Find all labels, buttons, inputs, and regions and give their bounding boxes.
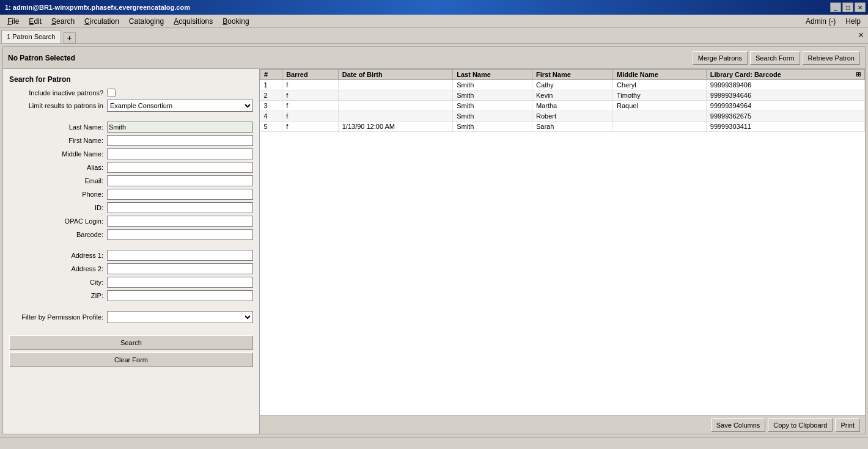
title-bar-text: 1: admin@BR1-winxpvmfx.phasefx.evergreen… (2, 4, 190, 11)
menu-help[interactable]: Help (840, 16, 866, 27)
address2-row: Address 2: (9, 263, 253, 274)
main-window: No Patron Selected Merge Patrons Search … (2, 46, 866, 434)
table-row[interactable]: 2fSmithKevinTimothy99999394646 (260, 90, 865, 101)
menu-acquisitions[interactable]: Acquisitions (169, 16, 218, 27)
tab-patron-search[interactable]: 1 Patron Search (1, 30, 61, 43)
menu-file[interactable]: File (2, 16, 24, 27)
copy-to-clipboard-button[interactable]: Copy to Clipboard (768, 418, 833, 432)
merge-patrons-button[interactable]: Merge Patrons (693, 51, 748, 65)
menu-bar: File Edit Search Circulation Cataloging … (0, 15, 868, 28)
results-table: # Barred Date of Birth Last Name First N… (260, 69, 865, 132)
col-header-lastname[interactable]: Last Name (453, 70, 532, 80)
table-row[interactable]: 1fSmithCathyCheryl99999389406 (260, 80, 865, 90)
address1-input[interactable] (107, 250, 253, 261)
search-form-button[interactable]: Search Form (750, 51, 800, 65)
col-header-middlename[interactable]: Middle Name (612, 70, 706, 80)
table-cell: 1 (260, 80, 282, 90)
table-cell: 99999394964 (706, 101, 864, 111)
table-cell (338, 90, 453, 101)
search-button[interactable]: Search (9, 335, 253, 350)
save-columns-button[interactable]: Save Columns (711, 418, 766, 432)
city-row: City: (9, 277, 253, 288)
barcode-row: Barcode: (9, 229, 253, 240)
limit-results-label: Limit results to patrons in (9, 102, 107, 109)
table-cell: 99999362675 (706, 111, 864, 122)
results-table-container[interactable]: # Barred Date of Birth Last Name First N… (260, 69, 865, 415)
email-row: Email: (9, 175, 253, 186)
table-cell: Timothy (612, 90, 706, 101)
address1-label: Address 1: (9, 252, 107, 259)
tab-close-icon[interactable]: ✕ (858, 31, 864, 40)
table-cell: Smith (453, 101, 532, 111)
city-label: City: (9, 279, 107, 286)
bottom-bar: Save Columns Copy to Clipboard Print (260, 415, 865, 434)
phone-row: Phone: (9, 189, 253, 200)
middle-name-input[interactable] (107, 148, 253, 159)
content-area: Search for Patron Include inactive patro… (3, 69, 865, 434)
patron-status-label: No Patron Selected (8, 54, 75, 62)
search-panel: Search for Patron Include inactive patro… (3, 69, 260, 434)
menu-edit[interactable]: Edit (24, 16, 46, 27)
phone-label: Phone: (9, 191, 107, 198)
tab-bar: 1 Patron Search + ✕ (0, 28, 868, 44)
menu-admin[interactable]: Admin (-) (801, 16, 840, 27)
table-cell: Cheryl (612, 80, 706, 90)
id-input[interactable] (107, 202, 253, 213)
table-row[interactable]: 4fSmithRobert99999362675 (260, 111, 865, 122)
consortium-select[interactable]: Example Consortium (107, 100, 253, 112)
zip-input[interactable] (107, 290, 253, 301)
close-button[interactable]: ✕ (855, 2, 866, 12)
table-cell: f (282, 80, 339, 90)
menu-booking[interactable]: Booking (218, 16, 254, 27)
table-cell: 99999394646 (706, 90, 864, 101)
col-header-firstname[interactable]: First Name (532, 70, 612, 80)
maximize-button[interactable]: □ (842, 2, 853, 12)
tab-add-button[interactable]: + (64, 32, 76, 43)
table-row[interactable]: 5f1/13/90 12:00 AMSmithSarah99999303411 (260, 122, 865, 132)
middle-name-label: Middle Name: (9, 150, 107, 158)
include-inactive-checkbox[interactable] (107, 89, 116, 97)
include-inactive-label: Include inactive patrons? (9, 89, 107, 97)
col-header-num[interactable]: # (260, 70, 282, 80)
first-name-input[interactable] (107, 135, 253, 146)
menu-circulation[interactable]: Circulation (79, 16, 124, 27)
permission-profile-row: Filter by Permission Profile: (9, 311, 253, 323)
alias-input[interactable] (107, 162, 253, 173)
phone-input[interactable] (107, 189, 253, 200)
first-name-row: First Name: (9, 135, 253, 146)
table-cell: Kevin (532, 90, 612, 101)
status-bar-text (2, 440, 4, 447)
print-button[interactable]: Print (835, 418, 860, 432)
title-bar-buttons: _ □ ✕ (830, 2, 866, 12)
col-header-barred[interactable]: Barred (282, 70, 339, 80)
permission-profile-select[interactable] (107, 311, 253, 323)
table-cell (338, 101, 453, 111)
table-cell: f (282, 90, 339, 101)
opac-login-label: OPAC Login: (9, 217, 107, 225)
address2-label: Address 2: (9, 265, 107, 272)
address2-input[interactable] (107, 263, 253, 274)
retrieve-patron-button[interactable]: Retrieve Patron (803, 51, 860, 65)
city-input[interactable] (107, 277, 253, 288)
table-cell (338, 111, 453, 122)
email-label: Email: (9, 177, 107, 184)
clear-form-button[interactable]: Clear Form (9, 352, 253, 367)
email-input[interactable] (107, 175, 253, 186)
minimize-button[interactable]: _ (830, 2, 841, 12)
menu-search[interactable]: Search (46, 16, 79, 27)
barcode-input[interactable] (107, 229, 253, 240)
table-cell: Sarah (532, 122, 612, 132)
table-row[interactable]: 3fSmithMarthaRaquel99999394964 (260, 101, 865, 111)
last-name-input[interactable] (107, 122, 253, 133)
col-header-dob[interactable]: Date of Birth (338, 70, 453, 80)
opac-login-input[interactable] (107, 216, 253, 227)
tab-label: 1 Patron Search (7, 33, 56, 40)
middle-name-row: Middle Name: (9, 148, 253, 159)
results-panel: # Barred Date of Birth Last Name First N… (260, 69, 865, 434)
top-bar-buttons: Merge Patrons Search Form Retrieve Patro… (693, 51, 860, 65)
table-cell (612, 111, 706, 122)
menu-cataloging[interactable]: Cataloging (124, 16, 169, 27)
table-cell: 2 (260, 90, 282, 101)
col-header-barcode[interactable]: Library Card: Barcode ⊞ (706, 70, 864, 80)
alias-label: Alias: (9, 164, 107, 171)
